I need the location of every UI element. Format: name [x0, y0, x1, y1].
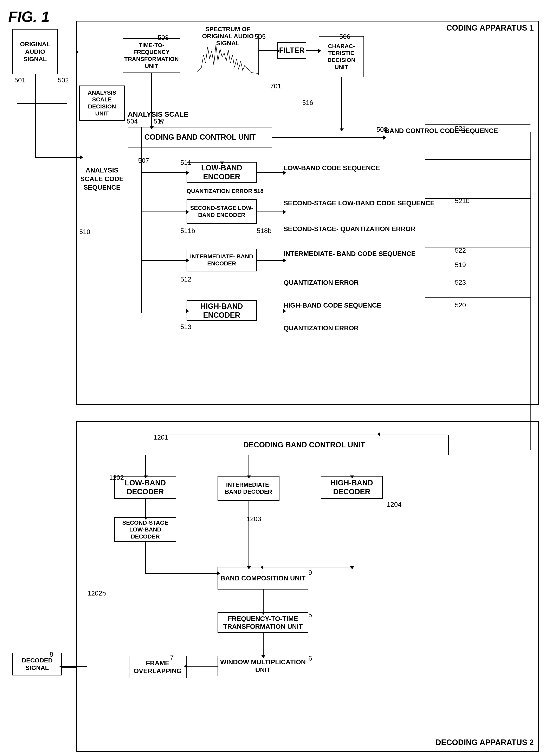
freq-to-time-block: FREQUENCY-TO-TIME TRANSFORMATION UNIT [218, 612, 308, 633]
ref-507: 507 [138, 157, 149, 164]
ref-503: 503 [158, 34, 169, 42]
analysis-scale-code-seq-label: ANALYSIS SCALE CODE SEQUENCE [79, 166, 125, 192]
band-composition-block: BAND COMPOSITION UNIT [218, 567, 308, 590]
arrow-hbe-seq [257, 311, 283, 311]
arrow-ftt-down [263, 633, 264, 656]
arrow-ttf-down [151, 73, 152, 127]
ref-511b: 511b [181, 227, 195, 235]
ref-1202b: 1202b [88, 590, 106, 597]
analysis-scale-label: ANALYSIS SCALE [128, 110, 188, 118]
decoding-band-control-block: DECODING BAND CONTROL UNIT [160, 435, 449, 455]
quantization-error-520-label: QUANTIZATION ERROR [283, 324, 359, 332]
arrow-dbc-ibd [249, 455, 249, 476]
intermediate-band-code-seq-label: INTERMEDIATE- BAND CODE SEQUENCE [283, 250, 415, 258]
ref-506: 506 [339, 33, 350, 40]
arrow-sslbd-down2 [145, 573, 218, 574]
spectrum-label: SPECTRUM OF ORIGINAL AUDIO SIGNAL [193, 26, 263, 47]
intermediate-band-decoder-block: INTERMEDIATE- BAND DECODER [218, 476, 279, 501]
second-stage-low-band-code-seq-label: SECOND-STAGE LOW-BAND CODE SEQUENCE [283, 199, 434, 207]
quantization-error-523-label: QUANTIZATION ERROR [283, 279, 359, 286]
ref-504: 504 [127, 118, 138, 125]
ref-8: 8 [50, 651, 53, 658]
ref-1201: 1201 [154, 434, 168, 441]
decoded-signal-block: DECODED SIGNAL [12, 653, 62, 675]
window-multiplication-block: WINDOW MULTIPLICATION UNIT [218, 656, 308, 676]
ref-1202: 1202 [109, 474, 124, 481]
decoding-apparatus-label: DECODING APPARATUS 2 [435, 738, 534, 747]
arrow-oa-to-ca [58, 52, 76, 52]
arrow-main-ssbe [141, 212, 187, 212]
high-band-encoder-block: HIGH-BAND ENCODER [187, 300, 257, 321]
arrow-asd-right [125, 121, 160, 121]
arrow-wm-left [187, 666, 218, 667]
arrow-hbd-down [352, 499, 352, 567]
arrow-cd-down [341, 77, 342, 129]
arrow-cbc-right [272, 137, 384, 138]
arrow-ibe-seq [257, 260, 283, 261]
h-line-lbc [425, 159, 530, 160]
h-line-cbc [425, 124, 530, 125]
arrow-sslbd-right [145, 542, 146, 573]
coding-apparatus-box: CODING APPARATUS 1 TIME-TO- FREQUENCY TR… [76, 21, 539, 405]
ref-517: 517 [154, 118, 165, 125]
h-line-ibc [425, 247, 530, 247]
arrow-main-hbe [141, 311, 187, 311]
low-band-code-seq-label: LOW-BAND CODE SEQUENCE [283, 164, 380, 172]
ref-1204: 1204 [387, 501, 401, 508]
arrow-bc-down [263, 590, 264, 612]
arrow-oa-v [35, 74, 36, 157]
main-signal-v [141, 127, 142, 313]
ref-510: 510 [79, 228, 90, 236]
analysis-scale-decision-block: ANALYSIS SCALE DECISION UNIT [79, 86, 125, 121]
high-band-decoder-block: HIGH-BAND DECODER [321, 476, 383, 499]
filter-block: FILTER [277, 42, 306, 59]
ref-701: 701 [270, 82, 281, 90]
right-side-v-line [530, 132, 531, 450]
frame-overlapping-block: FRAME OVERLAPPING [129, 656, 187, 678]
arrow-dbc-lbd [145, 455, 146, 476]
arrow-ssbe-seq [257, 212, 283, 212]
ref-512: 512 [181, 276, 191, 283]
arrow-lbe-seq [257, 172, 283, 173]
ref-505: 505 [255, 33, 266, 40]
ref-523: 523 [455, 279, 466, 286]
ref-5: 5 [308, 611, 312, 619]
h-line-to-dbc [380, 434, 530, 434]
ref-9: 9 [308, 569, 312, 577]
arrow-fo-decoded [62, 666, 87, 667]
decoding-apparatus-box: DECODING APPARATUS 2 DECODING BAND CONTR… [76, 421, 539, 752]
ref-6: 6 [308, 655, 312, 662]
ref-511: 511 [181, 159, 191, 166]
ref-519: 519 [455, 261, 466, 269]
h-line-sslbc [425, 198, 530, 199]
arrow-ibd-down [249, 501, 249, 567]
ref-513: 513 [181, 323, 191, 331]
arrow-main-ibe [141, 260, 187, 261]
band-control-code-seq-label: BAND CONTROL CODE SEQUENCE [385, 127, 498, 135]
original-audio-block: ORIGINAL AUDIO SIGNAL [12, 29, 58, 74]
coding-apparatus-label: CODING APPARATUS 1 [446, 24, 534, 32]
page-container: FIG. 1 ORIGINAL AUDIO SIGNAL 501 502 COD… [8, 8, 545, 756]
ref-521: 521 [455, 125, 466, 132]
arrow-oas-h [17, 103, 67, 104]
arrow-filter-charac [306, 50, 319, 51]
ref-502: 502 [58, 76, 69, 84]
arrow-dbc-hbd [352, 455, 352, 476]
ref-501: 501 [14, 76, 25, 84]
ref-520: 520 [455, 301, 466, 309]
arrow-hbd-left [263, 567, 352, 567]
ref-518b: 518b [257, 227, 272, 235]
charac-decision-block: CHARAC- TERISTIC DECISION UNIT [319, 36, 364, 77]
ref-516: 516 [302, 99, 313, 107]
arrow-to-hbe [222, 147, 222, 300]
ref-7: 7 [170, 654, 174, 661]
high-band-code-seq-label: HIGH-BAND CODE SEQUENCE [283, 301, 381, 309]
arrow-lbd-sslbd [145, 499, 146, 517]
arrow-main-lbe [141, 172, 187, 173]
h-line-hbc [425, 297, 530, 298]
ref-522: 522 [455, 247, 466, 254]
coding-band-control-block: CODING BAND CONTROL UNIT [128, 127, 272, 147]
time-to-freq-block: TIME-TO- FREQUENCY TRANSFORMATION UNIT [123, 38, 181, 73]
arrow-spec-filter [259, 50, 277, 51]
quantization-error-518-label: QUANTIZATION ERROR 518 [187, 188, 264, 194]
